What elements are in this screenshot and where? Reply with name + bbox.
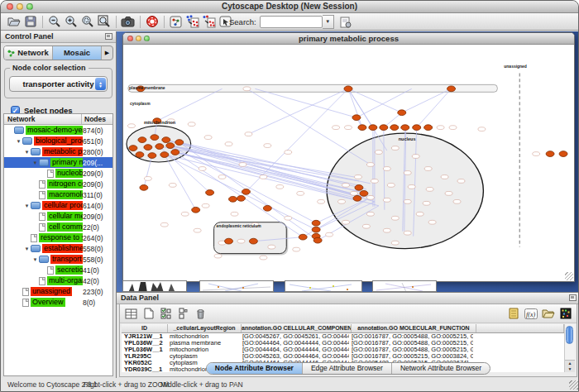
tree-row[interactable]: cellular metabol209(0)	[4, 211, 112, 222]
node-unselected[interactable]	[264, 144, 271, 148]
node[interactable]	[140, 185, 148, 191]
zoom-selected-region-icon[interactable]	[79, 15, 95, 29]
select-attributes-icon[interactable]	[159, 307, 173, 320]
attribute-table-icon[interactable]	[124, 307, 138, 320]
tree-row[interactable]: ▼establishment of lo558(0)	[4, 243, 112, 254]
table-cell[interactable]: [GO:0016787, GO:0005488, GO:0005215, G..…	[349, 340, 473, 347]
node-unselected[interactable]	[318, 199, 325, 203]
node[interactable]	[312, 227, 320, 232]
apply-layout-alt-icon[interactable]	[201, 15, 217, 29]
node-unselected[interactable]	[188, 122, 195, 127]
node-unselected[interactable]	[416, 212, 423, 216]
zoom-in-icon[interactable]	[63, 15, 79, 29]
table-row[interactable]: YPL036W__1mitochondrion[GO:0044464, GO:0…	[122, 347, 564, 353]
table-cell[interactable]: YPL036W__2	[122, 340, 167, 347]
search-input[interactable]	[260, 16, 323, 28]
window-resize-grip[interactable]	[565, 272, 573, 280]
search-dropdown-arrow[interactable]: ▼	[323, 15, 334, 29]
background-window-network-3[interactable]	[372, 280, 437, 292]
node-unselected[interactable]	[239, 163, 246, 167]
node-unselected[interactable]	[345, 126, 352, 130]
node-unselected[interactable]	[243, 87, 251, 91]
function-builder-icon[interactable]: f(x)	[524, 307, 538, 320]
node-unselected[interactable]	[445, 191, 452, 195]
tab-network[interactable]: Network	[4, 46, 53, 60]
tree-label[interactable]: nucleobase-	[55, 169, 83, 178]
zoom-fit-icon[interactable]	[96, 15, 112, 29]
node[interactable]	[192, 207, 200, 213]
node[interactable]	[263, 205, 271, 211]
node-unselected[interactable]	[297, 191, 304, 195]
unselect-attributes-icon[interactable]	[176, 307, 190, 320]
disclosure-triangle-icon[interactable]: ▼	[31, 257, 39, 262]
node-unselected[interactable]	[383, 228, 390, 232]
node-unselected[interactable]	[428, 220, 436, 224]
node-unselected[interactable]	[354, 175, 361, 179]
edge[interactable]	[417, 88, 452, 127]
snapshot-icon[interactable]	[120, 15, 136, 29]
node-unselected[interactable]	[127, 124, 135, 128]
tree-row[interactable]: cell communicat22(0)	[4, 222, 112, 232]
node[interactable]	[398, 110, 406, 116]
tree-row[interactable]: secretion41(0)	[4, 265, 112, 275]
node-unselected[interactable]	[350, 191, 357, 195]
node-unselected[interactable]	[276, 185, 284, 189]
node[interactable]	[229, 196, 237, 202]
close-icon[interactable]	[7, 3, 13, 10]
table-cell[interactable]: [GO:0044464, GO:0044444, GO:0044425, G..…	[240, 347, 349, 353]
float-panel-icon[interactable]	[569, 294, 577, 301]
tree-col-nodes[interactable]: Nodes	[82, 114, 112, 124]
node-unselected[interactable]	[199, 167, 206, 171]
network-canvas-svg[interactable]: plasma membranecytoplasmmitochondrionnuc…	[123, 45, 572, 280]
node-unselected[interactable]	[194, 228, 201, 232]
col-cellular-layout-region[interactable]: _cellularLayoutRegion	[168, 324, 242, 332]
node[interactable]	[206, 189, 214, 195]
node-unselected[interactable]	[383, 167, 390, 171]
table-row[interactable]: YPL036W__2plasma membrane[GO:0044464, GO…	[122, 340, 564, 347]
node-unselected[interactable]	[387, 184, 395, 188]
tree-row[interactable]: ▼metabolic process280(0)	[4, 146, 112, 157]
tree-label[interactable]: metabolic process	[42, 147, 83, 156]
network-view-window[interactable]: primary metabolic process plasma membran…	[122, 32, 575, 282]
node-unselected[interactable]	[214, 254, 222, 258]
zoom-window-icon[interactable]	[26, 3, 33, 10]
table-cell[interactable]: [GO:0045267, GO:0045261, GO:0044464, G..…	[240, 333, 349, 340]
edge[interactable]	[170, 146, 358, 185]
edge[interactable]	[170, 146, 352, 195]
table-row[interactable]: YLR295Ccytoplasm[GO:0045263, GO:0044464,…	[122, 353, 564, 360]
tree-row[interactable]: ▼primary metabo209(...	[4, 157, 112, 168]
tree-label[interactable]: nitrogen compo	[47, 179, 83, 189]
new-attribute-icon[interactable]	[141, 307, 156, 320]
table-cell[interactable]: mitochondrion	[167, 347, 240, 353]
node[interactable]	[242, 189, 250, 194]
edge[interactable]	[157, 88, 223, 121]
disclosure-triangle-icon[interactable]: ▼	[31, 160, 39, 165]
attribute-matrix-icon[interactable]	[558, 307, 572, 320]
tree-label[interactable]: macromolecule	[47, 190, 83, 199]
table-cell[interactable]: [GO:0016787, GO:0005488, GO:0005215, G..…	[349, 347, 473, 353]
node-unselected[interactable]	[342, 184, 350, 188]
node-unselected[interactable]	[237, 239, 245, 243]
node-unselected[interactable]	[366, 195, 374, 199]
tab-node-attribute-browser[interactable]: Node Attribute Browser	[207, 363, 303, 374]
import-attributes-icon[interactable]	[541, 307, 555, 320]
zoom-window-icon[interactable]	[144, 36, 150, 41]
node[interactable]	[156, 144, 164, 150]
tab-mosaic[interactable]: Mosaic	[53, 46, 102, 60]
edge[interactable]	[160, 146, 359, 181]
tree-row[interactable]: mosaic-demo-yeast874(0)	[4, 125, 112, 136]
node-unselected[interactable]	[225, 142, 232, 146]
tree-label[interactable]: cellular process	[42, 201, 83, 210]
disclosure-triangle-icon[interactable]: ▼	[23, 246, 31, 251]
node[interactable]	[237, 195, 245, 201]
table-cell[interactable]: mitochondrion	[167, 333, 240, 340]
node[interactable]	[144, 145, 152, 151]
node-unselected[interactable]	[391, 241, 399, 245]
node-unselected[interactable]	[375, 151, 382, 155]
node[interactable]	[249, 238, 257, 244]
node[interactable]	[151, 135, 159, 141]
node-unselected[interactable]	[412, 155, 419, 159]
network-canvas[interactable]: plasma membranecytoplasmmitochondrionnuc…	[123, 45, 574, 281]
tree-label[interactable]: mosaic-demo-yeast	[26, 126, 83, 135]
table-cell[interactable]: [GO:0045263, GO:0044464, GO:0044455, G..…	[240, 353, 349, 360]
